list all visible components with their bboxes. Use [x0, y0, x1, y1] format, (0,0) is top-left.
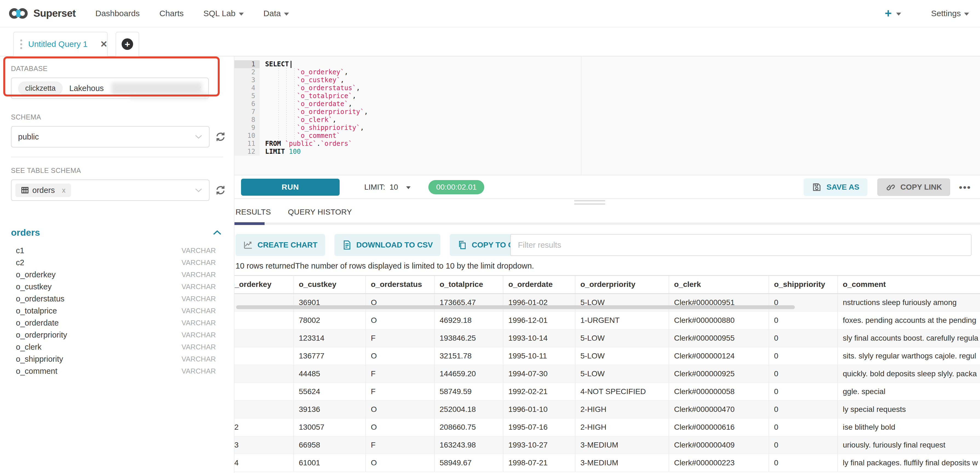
sql-editor[interactable]: 1SELECT2`o_orderkey`,3`o_custkey`,4`o_or…	[234, 56, 980, 175]
column-header[interactable]: o_orderdate	[503, 276, 575, 293]
table-cell: 55624	[294, 382, 366, 400]
code-line[interactable]: 4`o_orderstatus`,	[234, 84, 980, 92]
code-line[interactable]: 1SELECT	[234, 60, 980, 68]
chevron-up-icon[interactable]	[213, 229, 222, 236]
line-number: 8	[234, 116, 260, 124]
database-select[interactable]: clickzetta Lakehous	[11, 78, 209, 99]
code-line[interactable]: 10`o_comment`	[234, 132, 980, 140]
tab-query-history[interactable]: QUERY HISTORY	[288, 208, 352, 217]
tab-untitled-query-1[interactable]: Untitled Query 1 ✕	[13, 32, 108, 56]
table-column-row[interactable]: o_commentVARCHAR	[0, 365, 234, 377]
column-name: c2	[16, 258, 24, 267]
table-row[interactable]: 32130057O208660.751995-07-162-HIGHClerk#…	[234, 418, 980, 436]
table-cell: 0	[769, 454, 838, 471]
table-row[interactable]: 739136O252004.181996-01-102-HIGHClerk#00…	[234, 400, 980, 418]
horizontal-scrollbar[interactable]	[236, 305, 795, 309]
column-header[interactable]: o_shippriority	[769, 276, 838, 293]
new-tab-button[interactable]: +	[116, 32, 139, 56]
pane-resize-handle[interactable]	[574, 200, 605, 207]
column-header[interactable]: o_totalprice	[434, 276, 503, 293]
table-row[interactable]: 4136777O32151.781995-10-115-LOWClerk#000…	[234, 347, 980, 365]
table-pill[interactable]: orders x	[15, 184, 71, 197]
code-line[interactable]: 8`o_clerk`,	[234, 116, 980, 124]
table-column-row[interactable]: o_orderkeyVARCHAR	[0, 269, 234, 280]
table-column-row[interactable]: o_clerkVARCHAR	[0, 341, 234, 353]
superset-brand[interactable]: Superset	[8, 6, 76, 20]
filter-results-input[interactable]	[510, 234, 972, 256]
table-column-row[interactable]: o_shippriorityVARCHAR	[0, 353, 234, 365]
column-header[interactable]: o_orderstatus	[366, 276, 434, 293]
code-line[interactable]: 3`o_custkey`,	[234, 76, 980, 84]
code-line[interactable]: 11FROM `public`.`orders`	[234, 140, 980, 148]
tab-results[interactable]: RESULTS	[235, 208, 271, 217]
table-cell: 0	[769, 400, 838, 418]
table-cell: 3-MEDIUM	[575, 454, 669, 471]
download-csv-button[interactable]: DOWNLOAD TO CSV	[334, 234, 441, 256]
table-row[interactable]: 278002O46929.181996-12-011-URGENTClerk#0…	[234, 311, 980, 329]
table-cell: 7	[234, 400, 294, 418]
code-line[interactable]: 7`o_orderpriority`,	[234, 108, 980, 116]
table-column-row[interactable]: o_orderstatusVARCHAR	[0, 293, 234, 305]
schema-select[interactable]: public	[11, 126, 210, 147]
table-row[interactable]: 3461001O58949.671998-07-213-MEDIUMClerk#…	[234, 454, 980, 471]
database-name: Lakehous	[69, 84, 104, 93]
save-as-button[interactable]: SAVE AS	[803, 178, 868, 196]
nav-charts[interactable]: Charts	[159, 9, 183, 18]
column-header[interactable]: o_comment	[838, 276, 980, 293]
line-number: 1	[234, 60, 260, 68]
nav-sql-lab[interactable]: SQL Lab	[203, 9, 243, 18]
table-column-row[interactable]: o_orderpriorityVARCHAR	[0, 329, 234, 341]
table-cell: Clerk#000000058	[669, 382, 769, 400]
table-column-row[interactable]: c2VARCHAR	[0, 256, 234, 269]
code-line[interactable]: 6`o_orderdate`,	[234, 100, 980, 108]
limit-dropdown[interactable]: LIMIT: 10	[364, 183, 410, 191]
column-name: o_comment	[16, 367, 57, 376]
new-item-button[interactable]: +	[885, 7, 901, 19]
sql-code: 1SELECT2`o_orderkey`,3`o_custkey`,4`o_or…	[234, 60, 980, 156]
table-cell: foxes. pending accounts at the pending	[838, 311, 980, 329]
table-cell: 144659.20	[434, 365, 503, 382]
table-cell: 32151.78	[434, 347, 503, 365]
table-row[interactable]: 3366958F163243.981993-10-273-MEDIUMClerk…	[234, 436, 980, 454]
code-line[interactable]: 2`o_orderkey`,	[234, 68, 980, 76]
close-icon[interactable]: ✕	[100, 40, 108, 48]
remove-icon[interactable]: x	[62, 186, 65, 194]
table-column-row[interactable]: o_orderdateVARCHAR	[0, 317, 234, 329]
column-type: VARCHAR	[181, 246, 216, 255]
copy-link-button[interactable]: COPY LINK	[877, 178, 950, 196]
refresh-icon[interactable]	[215, 184, 226, 196]
column-header[interactable]: o_orderkey	[234, 276, 294, 293]
nav-data[interactable]: Data	[264, 9, 289, 18]
table-column-row[interactable]: c1VARCHAR	[0, 244, 234, 256]
table-cell: 0	[769, 365, 838, 382]
drag-handle-icon[interactable]	[20, 40, 22, 49]
code-line[interactable]: 9`o_shippriority`,	[234, 124, 980, 132]
table-row[interactable]: 3123314F193846.251993-10-145-LOWClerk#00…	[234, 329, 980, 347]
nav-dashboards[interactable]: Dashboards	[95, 9, 140, 18]
table-row[interactable]: 544485F144659.201994-07-305-LOWClerk#000…	[234, 365, 980, 382]
column-header[interactable]: o_clerk	[669, 276, 769, 293]
redaction-blur	[129, 92, 209, 99]
column-header[interactable]: o_orderpriority	[575, 276, 669, 293]
column-header[interactable]: o_custkey	[294, 276, 366, 293]
more-menu-button[interactable]: •••	[959, 182, 971, 193]
table-cell: 5	[234, 365, 294, 382]
code-line[interactable]: 12LIMIT 100	[234, 148, 980, 156]
create-chart-button[interactable]: CREATE CHART	[235, 234, 325, 256]
settings-menu[interactable]: Settings	[931, 9, 969, 18]
code-line[interactable]: 5`o_totalprice`,	[234, 92, 980, 100]
table-column-row[interactable]: o_custkeyVARCHAR	[0, 280, 234, 293]
column-type: VARCHAR	[181, 331, 216, 339]
query-tab-title[interactable]: Untitled Query 1	[28, 40, 88, 49]
column-name: o_clerk	[16, 342, 41, 352]
orders-table-title[interactable]: orders	[11, 227, 40, 238]
table-cell: 39136	[294, 400, 366, 418]
table-select[interactable]: orders x	[11, 180, 210, 201]
refresh-icon[interactable]	[215, 131, 226, 143]
table-row[interactable]: 655624F58749.591992-02-214-NOT SPECIFIED…	[234, 382, 980, 400]
chevron-down-icon	[964, 13, 969, 16]
run-button[interactable]: RUN	[241, 179, 340, 196]
line-number: 11	[234, 140, 260, 148]
chevron-down-icon	[195, 134, 202, 139]
table-column-row[interactable]: o_totalpriceVARCHAR	[0, 305, 234, 317]
